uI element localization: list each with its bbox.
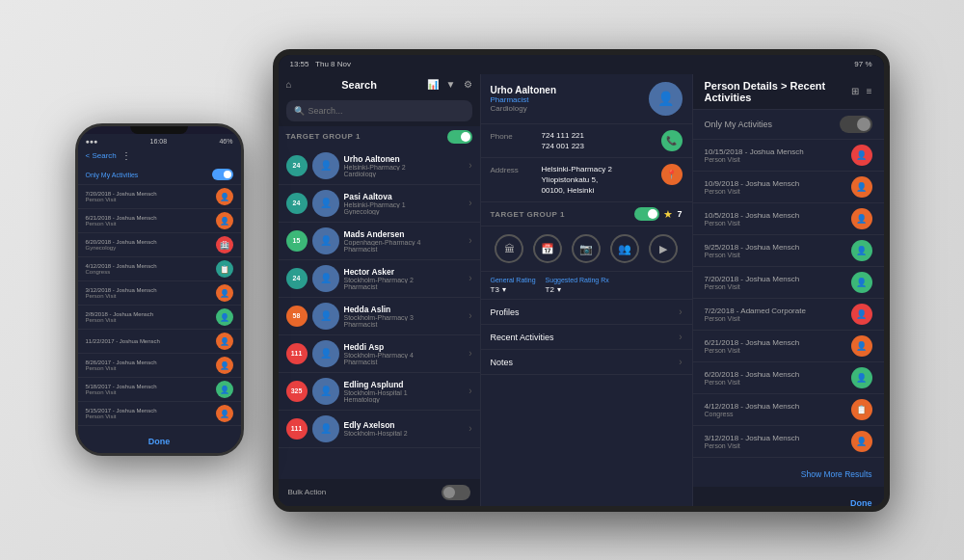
person-header: Urho Aaltonen Pharmacist Cardiology 👤 bbox=[481, 74, 692, 124]
activity-icon: 🏥 bbox=[216, 236, 233, 253]
list-item[interactable]: 5/15/2017 - Joshua MenschPerson Visit 👤 bbox=[78, 402, 241, 425]
chevron-down-icon2: ▾ bbox=[557, 285, 561, 294]
profiles-menu-item[interactable]: Profiles › bbox=[481, 300, 692, 325]
show-more-results[interactable]: Show More Results bbox=[693, 458, 884, 487]
settings-icon[interactable]: ⚙ bbox=[464, 79, 472, 90]
list-item[interactable]: 11/22/2017 - Joshua Mensch 👤 bbox=[78, 330, 241, 354]
chevron-right-icon2: › bbox=[679, 307, 682, 317]
bulk-action-row: Bulk Action bbox=[279, 479, 480, 506]
show-more-label[interactable]: Show More Results bbox=[801, 469, 872, 479]
activity-entry[interactable]: 7/2/2018 - Adamed Corporate Person Visit… bbox=[693, 299, 884, 331]
contact-item-hedda[interactable]: 58 👤 Hedda Aslin Stockholm-Pharmacy 3 Ph… bbox=[279, 298, 480, 335]
activity-type-icon: 👤 bbox=[851, 304, 872, 325]
activities-toggle[interactable] bbox=[840, 116, 872, 133]
tablet-device: 13:55 Thu 8 Nov 97 % ⌂ Search 📊 ▼ ⚙ bbox=[273, 49, 890, 512]
phone-signal: ●●● bbox=[86, 138, 98, 145]
activities-title: Person Details > Recent Activities bbox=[705, 80, 851, 103]
target-group-toggle2[interactable] bbox=[634, 207, 659, 221]
contact-item-heddi[interactable]: 111 👤 Heddi Asp Stockholm-Pharmacy 4 Pha… bbox=[279, 335, 480, 373]
map-icon[interactable]: 📍 bbox=[661, 164, 683, 185]
list-item[interactable]: 6/21/2018 - Joshua MenschPerson Visit 👤 bbox=[78, 209, 241, 233]
list-item[interactable]: 8/26/2017 - Joshua MenschPerson Visit 👤 bbox=[78, 354, 241, 378]
bulk-action-toggle[interactable] bbox=[442, 485, 470, 500]
activity-entry[interactable]: 7/20/2018 - Joshua Mensch Person Visit 👤 bbox=[693, 267, 884, 299]
chevron-right-icon: › bbox=[469, 235, 471, 246]
list-item[interactable]: 3/12/2018 - Joshua MenschPerson Visit 👤 bbox=[78, 281, 241, 306]
chevron-right-icon: › bbox=[469, 273, 471, 283]
activities-toggle-row: Only My Activities bbox=[693, 110, 884, 140]
phone-toggle[interactable] bbox=[212, 169, 233, 180]
activity-type-icon: 👤 bbox=[851, 176, 872, 198]
phone-toggle-label: Only My Activities bbox=[86, 172, 139, 178]
activity-icon: 📋 bbox=[216, 260, 233, 278]
activity-entry[interactable]: 3/12/2018 - Joshua Mensch Person Visit 👤 bbox=[693, 426, 884, 458]
chevron-right-icon4: › bbox=[679, 357, 682, 367]
list-item[interactable]: 5/18/2017 - Joshua MenschPerson Visit 👤 bbox=[78, 378, 241, 402]
chevron-right-icon: › bbox=[469, 386, 471, 396]
list-item[interactable]: 4/12/2018 - Joshua MenschCongress 📋 bbox=[78, 257, 241, 281]
recent-activities-menu-item[interactable]: Recent Activities › bbox=[481, 325, 692, 350]
chevron-right-icon: › bbox=[469, 423, 471, 434]
activity-info: 7/2/2018 - Adamed Corporate Person Visit bbox=[705, 307, 844, 322]
person-specialty: Cardiology bbox=[491, 104, 557, 113]
home-icon[interactable]: ⌂ bbox=[286, 79, 292, 90]
recent-activities-label: Recent Activities bbox=[491, 333, 554, 342]
activity-entry[interactable]: 10/15/2018 - Joshua Mensch Person Visit … bbox=[693, 140, 884, 172]
activity-info: 3/12/2018 - Joshua Mensch Person Visit bbox=[705, 434, 844, 449]
chevron-right-icon: › bbox=[469, 348, 471, 359]
contact-item-urho[interactable]: 24 👤 Urho Aaltonen Helsinki-Pharmacy 2 C… bbox=[279, 147, 480, 185]
hamburger-icon[interactable]: ≡ bbox=[867, 86, 872, 96]
people-icon-btn[interactable]: 👥 bbox=[610, 234, 639, 263]
list-item[interactable]: 2/8/2018 - Joshua MenschPerson Visit 👤 bbox=[78, 306, 241, 330]
chart-icon[interactable]: 📊 bbox=[427, 79, 439, 90]
building-icon-btn[interactable]: 🏛 bbox=[495, 234, 523, 263]
activity-entry[interactable]: 10/5/2018 - Joshua Mensch Person Visit 👤 bbox=[693, 203, 884, 235]
contact-avatar: 👤 bbox=[312, 227, 339, 254]
notes-menu-item[interactable]: Notes › bbox=[481, 350, 692, 375]
tablet-time: 13:55 Thu 8 Nov bbox=[290, 60, 351, 68]
phone-back-button[interactable]: < Search bbox=[86, 151, 117, 160]
filter-icon[interactable]: ▼ bbox=[446, 79, 456, 90]
contact-item-hector[interactable]: 24 👤 Hector Asker Stockholm-Pharmacy 2 P… bbox=[279, 260, 480, 298]
contact-badge: 24 bbox=[286, 268, 308, 289]
chevron-down-icon: ▾ bbox=[502, 285, 506, 294]
contact-name: Heddi Asp bbox=[344, 342, 465, 352]
activity-entry[interactable]: 6/20/2018 - Joshua Mensch Person Visit 👤 bbox=[693, 362, 884, 394]
contact-badge: 111 bbox=[286, 418, 308, 440]
list-item[interactable]: 6/20/2018 - Joshua MenschGynecology 🏥 bbox=[78, 233, 241, 257]
activity-entry[interactable]: 6/21/2018 - Joshua Mensch Person Visit 👤 bbox=[693, 331, 884, 362]
contact-item-edly[interactable]: 111 👤 Edly Axelson Stockholm-Hospital 2 … bbox=[279, 411, 480, 448]
activity-entry[interactable]: 9/25/2018 - Joshua Mensch Person Visit 👤 bbox=[693, 235, 884, 267]
phone-call-icon[interactable]: 📞 bbox=[661, 130, 683, 151]
activity-icon: 👤 bbox=[216, 381, 233, 398]
contact-item-edling[interactable]: 325 👤 Edling Asplund Stockholm-Hospital … bbox=[279, 373, 480, 411]
camera-icon-btn[interactable]: 📷 bbox=[572, 234, 601, 263]
activity-entry[interactable]: 4/12/2018 - Joshua Mensch Congress 📋 bbox=[693, 394, 884, 426]
contact-info: Heddi Asp Stockholm-Pharmacy 4 Pharmacis… bbox=[344, 342, 465, 365]
target-group-row-label: TARGET GROUP 1 bbox=[491, 210, 565, 219]
activity-icon: 👤 bbox=[216, 284, 233, 302]
calendar-icon-btn[interactable]: 📅 bbox=[533, 234, 562, 263]
address-field: Address Helsinki-Pharmacy 2 Yliopistonka… bbox=[481, 158, 692, 203]
target-group-row: TARGET GROUP 1 ★ 7 bbox=[481, 202, 692, 227]
contact-avatar: 👤 bbox=[312, 340, 339, 367]
contact-avatar: 👤 bbox=[312, 190, 339, 217]
suggested-rating-select[interactable]: T2 ▾ bbox=[546, 285, 609, 294]
phone-done-button[interactable]: Done bbox=[148, 437, 171, 446]
activity-type-icon: 👤 bbox=[851, 431, 872, 452]
general-rating-select[interactable]: T3 ▾ bbox=[491, 285, 536, 294]
activities-done-button[interactable]: Done bbox=[850, 498, 872, 506]
contact-item-mads[interactable]: 15 👤 Mads Andersen Copenhagen-Pharmacy 4… bbox=[279, 223, 480, 260]
list-item[interactable]: 7/20/2018 - Joshua MenschPerson Visit 👤 bbox=[78, 185, 241, 209]
phone-menu-button[interactable]: ⋮ bbox=[121, 150, 131, 161]
contact-item-pasi[interactable]: 24 👤 Pasi Aaltova Helsinki-Pharmacy 1 Gy… bbox=[279, 185, 480, 223]
contact-name: Mads Andersen bbox=[344, 229, 465, 239]
phone-content: Only My Activities 7/20/2018 - Joshua Me… bbox=[78, 165, 241, 425]
activity-icon: 👤 bbox=[216, 405, 233, 422]
search-box-wrap: 🔍 bbox=[279, 95, 480, 126]
grid-icon[interactable]: ⊞ bbox=[851, 86, 859, 96]
activity-entry[interactable]: 10/9/2018 - Joshua Mensch Person Visit 👤 bbox=[693, 172, 884, 203]
target-group-toggle[interactable] bbox=[447, 130, 472, 144]
play-icon-btn[interactable]: ▶ bbox=[649, 234, 678, 263]
search-input[interactable] bbox=[308, 106, 465, 116]
